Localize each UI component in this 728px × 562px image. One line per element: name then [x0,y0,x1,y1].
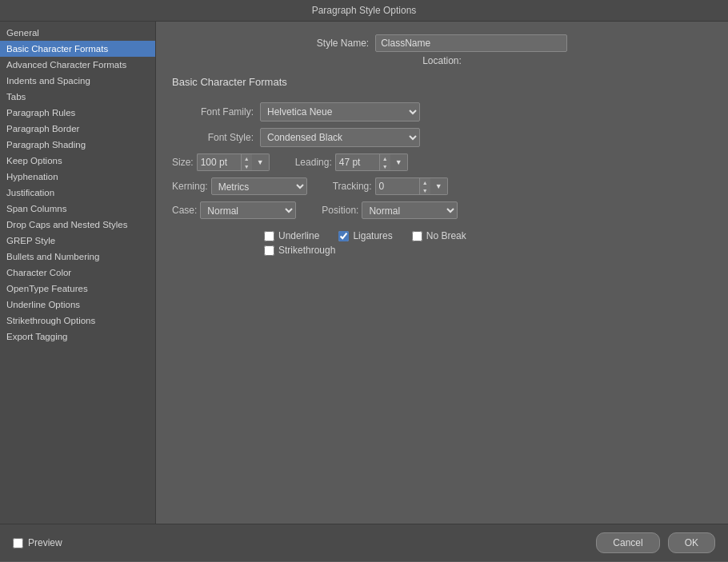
underline-checkbox[interactable] [264,231,274,241]
dialog-body: GeneralBasic Character FormatsAdvanced C… [0,22,728,524]
size-label: Size: [172,157,194,168]
section-title: Basic Character Formats [172,76,712,91]
content-area: Style Name: Location: Basic Character Fo… [156,22,728,524]
kerning-select[interactable]: Metrics Optical 0 [211,177,307,195]
leading-up-btn[interactable]: ▲ [379,154,390,162]
font-style-row: Font Style: Condensed Black Regular Bold… [172,128,712,147]
ligatures-checkbox[interactable] [338,231,349,241]
size-combo: ▲ ▼ ▼ [197,153,270,171]
leading-col: Leading: ▲ ▼ ▼ [295,153,408,171]
case-col: Case: Normal All Caps Small Caps All Sma… [172,201,296,219]
position-col: Position: Normal Superscript Subscript O… [322,201,458,219]
font-style-select[interactable]: Condensed Black Regular Bold Italic [260,128,420,147]
tracking-dropdown-btn[interactable]: ▼ [430,177,448,195]
case-position-row: Case: Normal All Caps Small Caps All Sma… [172,201,712,219]
checkboxes-row-1: Underline Ligatures No Break [264,230,712,241]
strikethrough-checkbox[interactable] [264,245,274,256]
nobreak-checkbox-item[interactable]: No Break [412,230,466,241]
sidebar-item-hyphenation[interactable]: Hyphenation [0,169,155,185]
nobreak-label: No Break [426,230,466,241]
sidebar-item-keep-options[interactable]: Keep Options [0,153,155,169]
leading-combo: ▲ ▼ ▼ [335,153,408,171]
style-name-label: Style Name: [317,38,369,49]
position-label: Position: [322,205,358,216]
sidebar-item-bullets-numbering[interactable]: Bullets and Numbering [0,249,155,265]
sidebar-item-grep-style[interactable]: GREP Style [0,233,155,249]
sidebar-item-justification[interactable]: Justification [0,185,155,201]
case-select[interactable]: Normal All Caps Small Caps All Small Cap… [200,201,296,219]
dialog-footer: Preview Cancel OK [0,524,728,561]
font-style-label: Font Style: [172,132,260,143]
size-up-btn[interactable]: ▲ [241,154,252,162]
tracking-down-btn[interactable]: ▼ [419,186,430,194]
preview-label[interactable]: Preview [13,537,62,548]
ligatures-label: Ligatures [353,230,392,241]
font-family-label: Font Family: [172,106,260,118]
footer-buttons: Cancel OK [596,532,715,553]
sidebar-item-export-tagging[interactable]: Export Tagging [0,329,155,345]
sidebar-item-basic-char[interactable]: Basic Character Formats [0,41,155,57]
kerning-col: Kerning: Metrics Optical 0 [172,177,307,195]
strikethrough-label: Strikethrough [278,245,335,256]
sidebar-item-general[interactable]: General [0,25,155,41]
sidebar-item-character-color[interactable]: Character Color [0,265,155,281]
dialog-title: Paragraph Style Options [312,5,417,16]
sidebar-item-paragraph-rules[interactable]: Paragraph Rules [0,105,155,121]
leading-input[interactable] [335,153,379,171]
preview-checkbox[interactable] [13,538,23,548]
sidebar-item-opentype-features[interactable]: OpenType Features [0,281,155,297]
location-label: Location: [422,55,462,66]
location-row: Location: [172,55,712,66]
position-select[interactable]: Normal Superscript Subscript OpenType Su… [362,201,458,219]
sidebar-item-span-columns[interactable]: Span Columns [0,201,155,217]
size-input[interactable] [197,153,241,171]
size-dropdown-btn[interactable]: ▼ [252,153,270,171]
dialog: GeneralBasic Character FormatsAdvanced C… [0,22,728,561]
cancel-button[interactable]: Cancel [596,532,659,553]
sidebar-item-underline-options[interactable]: Underline Options [0,297,155,313]
case-label: Case: [172,205,197,216]
size-spinners: ▲ ▼ [241,153,252,171]
title-bar: Paragraph Style Options [0,0,728,22]
nobreak-checkbox[interactable] [412,231,422,241]
font-family-select[interactable]: Helvetica Neue Arial Times New Roman [260,102,420,122]
underline-checkbox-item[interactable]: Underline [264,230,319,241]
tracking-label: Tracking: [333,181,372,192]
sidebar-item-advanced-char[interactable]: Advanced Character Formats [0,57,155,73]
leading-label: Leading: [295,157,332,168]
tracking-up-btn[interactable]: ▲ [419,178,430,186]
tracking-spinners: ▲ ▼ [419,177,430,195]
sidebar-item-tabs[interactable]: Tabs [0,89,155,105]
ligatures-checkbox-item[interactable]: Ligatures [338,230,392,241]
sidebar: GeneralBasic Character FormatsAdvanced C… [0,22,156,524]
leading-dropdown-btn[interactable]: ▼ [390,153,408,171]
size-col: Size: ▲ ▼ ▼ [172,153,270,171]
size-leading-row: Size: ▲ ▼ ▼ Leading: [172,153,712,171]
style-name-input[interactable] [375,34,567,52]
sidebar-item-strikethrough-options[interactable]: Strikethrough Options [0,313,155,329]
underline-label: Underline [278,230,319,241]
tracking-col: Tracking: ▲ ▼ ▼ [333,177,448,195]
kerning-label: Kerning: [172,181,208,192]
sidebar-item-indents-spacing[interactable]: Indents and Spacing [0,73,155,89]
leading-down-btn[interactable]: ▼ [379,162,390,170]
sidebar-item-drop-caps[interactable]: Drop Caps and Nested Styles [0,217,155,233]
font-family-row: Font Family: Helvetica Neue Arial Times … [172,102,712,122]
kerning-tracking-row: Kerning: Metrics Optical 0 Tracking: ▲ ▼ [172,177,712,195]
preview-text: Preview [28,537,62,548]
strikethrough-checkbox-item[interactable]: Strikethrough [264,245,335,256]
style-name-row: Style Name: [172,34,712,52]
sidebar-item-paragraph-shading[interactable]: Paragraph Shading [0,137,155,153]
checkboxes-row-2: Strikethrough [264,245,712,256]
tracking-combo: ▲ ▼ ▼ [375,177,448,195]
sidebar-item-paragraph-border[interactable]: Paragraph Border [0,121,155,137]
tracking-input[interactable] [375,177,419,195]
ok-button[interactable]: OK [668,532,715,553]
size-down-btn[interactable]: ▼ [241,162,252,170]
leading-spinners: ▲ ▼ [379,153,390,171]
